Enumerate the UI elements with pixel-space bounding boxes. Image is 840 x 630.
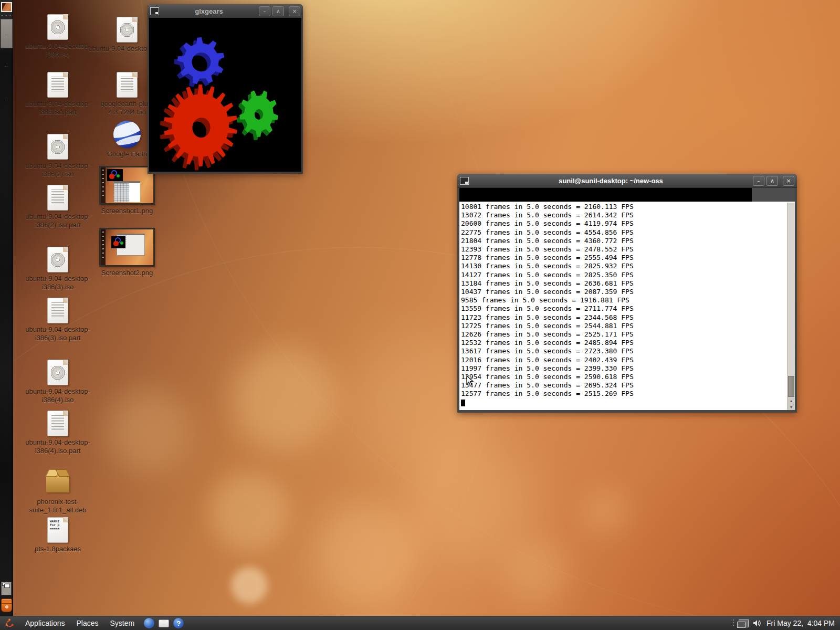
wallpaper-bokeh xyxy=(105,388,189,472)
wallpaper-bokeh xyxy=(231,567,268,604)
desktop-icon-doc[interactable]: ubuntu-9.04-desktop-i386(2).iso.part xyxy=(18,182,97,229)
terminal-output-line: 9585 frames in 5.0 seconds = 1916.881 FP… xyxy=(461,296,786,304)
dock-item-label: .. xyxy=(5,97,8,101)
minimize-button[interactable]: – xyxy=(259,6,270,16)
firefox-launcher[interactable] xyxy=(143,617,155,629)
close-button[interactable]: × xyxy=(289,6,300,16)
maximize-button[interactable]: ∧ xyxy=(272,6,284,16)
terminal-icon[interactable] xyxy=(460,177,469,185)
scroll-down-button[interactable]: ▼ xyxy=(788,404,794,410)
file-icon: WARNI For p ===== xyxy=(18,514,97,543)
desktop-icon-doc[interactable]: ubuntu-9.04-desktop-i386(3).iso.part xyxy=(18,295,97,342)
desktop-icon-iso[interactable]: ubuntu-9.04-desktop-i386.iso xyxy=(18,12,97,59)
desktop-icon-iso[interactable]: ubuntu-9.04-desktop-i386(3).iso xyxy=(18,244,97,291)
ubuntu-logo-icon[interactable] xyxy=(4,618,15,628)
terminal-output-line: 13072 frames in 5.0 seconds = 2614.342 F… xyxy=(461,211,786,219)
terminal-output-line: 22775 frames in 5.0 seconds = 4554.856 F… xyxy=(461,228,786,237)
desktop-icon-label: ubuntu-9.04-desktop-i386.iso.part xyxy=(18,100,97,117)
screenshot1-thumbnail xyxy=(99,166,155,205)
scrollbar-thumb[interactable] xyxy=(788,376,794,397)
desktop-icon-label: Screenshot1.png xyxy=(88,207,166,215)
file-icon xyxy=(18,295,97,323)
terminal-output-line: 12725 frames in 5.0 seconds = 2544.881 F… xyxy=(461,322,786,330)
menu-places[interactable]: Places xyxy=(71,616,104,630)
terminal-redraw-strip xyxy=(459,188,752,202)
desktop-icon-label: ubuntu-9.04-desktop-i386(4).iso.part xyxy=(18,438,97,455)
terminal-body[interactable]: 10801 frames in 5.0 seconds = 2160.113 F… xyxy=(459,188,795,410)
dock-item[interactable]: .. xyxy=(0,48,13,82)
glxgears-window[interactable]: glxgears – ∧ × xyxy=(148,4,303,174)
desktop-icon-doc[interactable]: ubuntu-9.04-desktop-i386(4).iso.part xyxy=(18,408,97,455)
terminal-output-line: 20600 frames in 5.0 seconds = 4119.974 F… xyxy=(461,219,786,228)
terminal-titlebar[interactable]: sunil@sunil-desktop: ~/new-oss – ∧ × xyxy=(457,174,797,188)
close-button[interactable]: × xyxy=(783,176,794,186)
file-icon xyxy=(88,238,166,267)
terminal-output-line: 12626 frames in 5.0 seconds = 2525.171 F… xyxy=(461,330,786,339)
globe-file-icon xyxy=(113,121,141,148)
file-icon xyxy=(88,176,166,205)
iso-file-icon xyxy=(47,14,68,40)
dock-active-item[interactable]: .. xyxy=(1,19,13,48)
shot1-file-icon xyxy=(99,166,155,205)
terminal-output-line: 13477 frames in 5.0 seconds = 2695.324 F… xyxy=(461,381,786,390)
terminal-output-line: 10801 frames in 5.0 seconds = 2160.113 F… xyxy=(461,203,786,211)
desktop-icon-deb[interactable]: phoronix-test-suite_1.8.1_all.deb xyxy=(18,467,97,514)
menu-system[interactable]: System xyxy=(104,616,141,630)
file-icon xyxy=(18,12,97,40)
terminal-scrollbar[interactable]: ▲ ▼ xyxy=(787,203,795,410)
menu-applications[interactable]: Applications xyxy=(19,616,71,630)
iso-file-icon xyxy=(47,247,68,272)
mail-launcher[interactable] xyxy=(158,617,170,629)
file-icon xyxy=(18,131,97,160)
maximize-button[interactable]: ∧ xyxy=(766,176,778,186)
desktop: { "wallpaper": { "base_colors": ["#51281… xyxy=(0,0,840,630)
minimize-button[interactable]: – xyxy=(753,176,764,186)
trash-icon[interactable] xyxy=(1,598,12,612)
file-icon xyxy=(18,357,97,385)
file-icon xyxy=(18,244,97,272)
blue-gear xyxy=(169,32,229,93)
wallpaper-bokeh xyxy=(583,488,630,536)
terminal-output: 10801 frames in 5.0 seconds = 2160.113 F… xyxy=(461,203,786,407)
terminal-output-line: 12532 frames in 5.0 seconds = 2485.894 F… xyxy=(461,339,786,347)
wallpaper-bokeh xyxy=(504,541,567,604)
terminal-output-line: 14130 frames in 5.0 seconds = 2825.932 F… xyxy=(461,262,786,270)
panel-clock[interactable]: Fri May 22, 4:04 PM xyxy=(766,619,835,627)
scroll-up-button[interactable]: ▲ xyxy=(788,397,794,404)
desktop-icon-label: ubuntu-9.04-desktop-i386.iso xyxy=(18,42,97,59)
doc-file-icon xyxy=(47,411,68,436)
firefox-icon xyxy=(144,618,154,628)
desktop-icon-label: ubuntu-9.04-desktop-i386(2).iso.part xyxy=(18,213,97,229)
file-icon xyxy=(18,408,97,436)
glxgears-canvas xyxy=(149,18,301,172)
terminal-output-line: 12778 frames in 5.0 seconds = 2555.494 F… xyxy=(461,254,786,262)
dock-window-icon[interactable] xyxy=(1,582,12,595)
iso-file-icon xyxy=(117,17,138,43)
file-icon-preview-text: WARNI For p ===== xyxy=(50,519,59,530)
terminal-output-line: 12577 frames in 5.0 seconds = 2515.269 F… xyxy=(461,390,786,398)
window-selector-icon[interactable] xyxy=(739,620,749,627)
wallpaper-bokeh xyxy=(231,346,336,452)
terminal-window[interactable]: sunil@sunil-desktop: ~/new-oss – ∧ × 108… xyxy=(457,174,797,413)
panel-handle[interactable] xyxy=(732,619,734,627)
glxgears-titlebar[interactable]: glxgears – ∧ × xyxy=(148,4,303,18)
desktop-icon-txt[interactable]: WARNI For p ===== pts-1.8packaes xyxy=(18,514,97,553)
desktop-icon-doc[interactable]: ubuntu-9.04-desktop-i386.iso.part xyxy=(18,69,97,117)
terminal-output-line: 11997 frames in 5.0 seconds = 2399.330 F… xyxy=(461,364,786,373)
volume-icon[interactable] xyxy=(753,619,762,627)
iso-file-icon xyxy=(47,360,68,385)
desktop-icon-shot2[interactable]: Screenshot2.png xyxy=(88,238,166,277)
mail-icon xyxy=(159,620,169,627)
terminal-output-line: 12016 frames in 5.0 seconds = 2402.439 F… xyxy=(461,356,786,364)
file-icon xyxy=(18,467,97,496)
help-launcher[interactable]: ? xyxy=(173,617,184,629)
desktop-icon-label: phoronix-test-suite_1.8.1_all.deb xyxy=(18,498,97,514)
wallpaper-bokeh xyxy=(410,441,536,567)
desktop-icon-iso[interactable]: ubuntu-9.04-desktop-i386(4).iso xyxy=(18,357,97,404)
window-menu-icon[interactable] xyxy=(150,7,159,15)
iso-file-icon xyxy=(47,134,68,160)
dock-wallpaper-thumbnail-icon[interactable] xyxy=(1,2,12,12)
desktop-icon-iso[interactable]: ubuntu-9.04-desktop-i386(2).iso xyxy=(18,131,97,178)
desktop-icon-shot1[interactable]: Screenshot1.png xyxy=(88,176,166,215)
dock-item[interactable]: .. xyxy=(0,82,13,116)
